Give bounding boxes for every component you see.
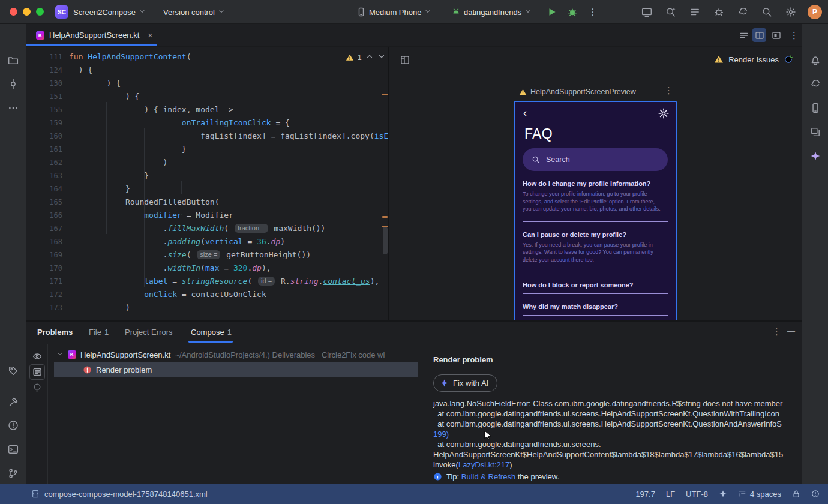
gradle-tool-icon[interactable]: [807, 76, 824, 92]
warning-icon: [346, 53, 354, 62]
code-line[interactable]: 166 modifier = Modifier: [26, 209, 389, 222]
render-issues-button[interactable]: Render Issues: [714, 55, 793, 64]
layout-inspector-icon[interactable]: [807, 124, 824, 140]
project-menu[interactable]: Screen2Compose: [73, 6, 146, 18]
code-line[interactable]: 161 }: [26, 143, 389, 156]
close-icon[interactable]: ×: [148, 31, 152, 40]
code-line[interactable]: 155 ) { index, model ->: [26, 103, 389, 116]
code-line[interactable]: 170 .widthIn(max = 320.dp),: [26, 262, 389, 275]
minimize-icon[interactable]: —: [787, 326, 795, 335]
phone-preview-frame[interactable]: ‹ FAQ Search How do I change my profile …: [514, 101, 677, 321]
code-line[interactable]: 160 faqList[index] = faqList[index].copy…: [26, 130, 389, 143]
panel-kebab-icon[interactable]: ⋮: [772, 326, 781, 337]
ai-status-icon[interactable]: [719, 490, 727, 498]
code-line[interactable]: 159 onTrailingIconClick = {: [26, 116, 389, 130]
terminal-icon[interactable]: [5, 441, 22, 458]
running-devices-icon[interactable]: [640, 5, 654, 19]
chevron-down-icon[interactable]: [377, 52, 386, 62]
refresh-icon[interactable]: [784, 55, 793, 64]
preview-layout-icon[interactable]: [398, 53, 412, 67]
code-line[interactable]: 173 ): [26, 301, 389, 314]
indent-setting[interactable]: 4 spaces: [738, 490, 781, 499]
device-selector[interactable]: Medium Phone: [356, 6, 431, 18]
tab-compose[interactable]: Compose1: [191, 328, 232, 337]
view-options-icon[interactable]: [29, 364, 45, 380]
close-window-button[interactable]: [10, 8, 17, 16]
version-control-icon[interactable]: [5, 465, 22, 482]
code-line[interactable]: 167 .fillMaxWidth( fraction = maxWidth()…: [26, 222, 389, 235]
search-icon[interactable]: [760, 5, 774, 19]
chevron-up-icon[interactable]: [365, 52, 374, 62]
run-button[interactable]: [545, 5, 559, 19]
project-view-icon[interactable]: [5, 52, 22, 68]
avatar[interactable]: P: [808, 5, 822, 19]
split-view-icon[interactable]: [752, 28, 766, 42]
ai-assistant-icon[interactable]: [807, 148, 824, 164]
app-insights-icon[interactable]: [712, 5, 726, 19]
fix-with-ai-button[interactable]: Fix with AI: [433, 374, 497, 392]
code-line[interactable]: 172 onClick = contactUsOnClick: [26, 288, 389, 301]
design-view-icon[interactable]: [769, 28, 783, 42]
more-tools-icon[interactable]: [5, 100, 22, 116]
tab-file[interactable]: File1: [89, 328, 109, 337]
notifications-icon[interactable]: [807, 52, 824, 68]
code-line[interactable]: 163 }: [26, 169, 389, 182]
tab-project-errors[interactable]: Project Errors: [125, 328, 172, 337]
lightbulb-icon[interactable]: [29, 380, 45, 395]
code-text: ) {: [69, 77, 121, 90]
warning-stripe-mark[interactable]: [382, 94, 388, 95]
run-config-selector[interactable]: datingandfriends: [451, 6, 532, 18]
editor-kebab-icon[interactable]: ⋮: [787, 28, 801, 42]
chevron-down-icon[interactable]: [56, 350, 64, 359]
statusbar-file[interactable]: compose-compose-model-1758748140651.xml: [31, 484, 208, 504]
eye-icon[interactable]: [29, 349, 45, 364]
code-line[interactable]: 164 }: [26, 182, 389, 196]
gemini-icon[interactable]: [664, 5, 678, 19]
gradle-icon[interactable]: [736, 5, 750, 19]
code-editor[interactable]: 111fun HelpAndSupportContent(124 ) {130 …: [26, 47, 389, 321]
build-icon[interactable]: [5, 394, 22, 410]
caret-position[interactable]: 197:7: [635, 490, 655, 499]
line-separator[interactable]: LF: [666, 490, 675, 499]
file-encoding[interactable]: UTF-8: [686, 490, 708, 499]
vcs-menu[interactable]: Version control: [163, 6, 225, 18]
debug-button[interactable]: [565, 5, 580, 19]
line-number: 151: [26, 90, 62, 103]
render-problem-row[interactable]: Render problem: [83, 363, 152, 376]
problems-tool-icon[interactable]: [5, 417, 22, 434]
stack-link[interactable]: 199): [433, 430, 449, 439]
preview-card-header[interactable]: HelpAndSupportScreenPreview: [519, 88, 636, 96]
code-line[interactable]: 130 ) {: [26, 77, 389, 90]
settings-icon[interactable]: [784, 5, 798, 19]
warning-count: 1: [358, 53, 362, 62]
inspection-widget[interactable]: 1: [346, 52, 386, 62]
code-line[interactable]: 171 label = stringResource( id = R.strin…: [26, 275, 389, 288]
problems-panel-title[interactable]: Problems: [37, 328, 73, 337]
problems-file-row[interactable]: K HelpAndSupportScreen.kt ~/AndroidStudi…: [56, 348, 385, 361]
editor-scrollbar[interactable]: [383, 227, 388, 254]
code-line[interactable]: 168 .padding(vertical = 36.dp): [26, 235, 389, 248]
code-line[interactable]: 162 ): [26, 156, 389, 169]
minimize-window-button[interactable]: [23, 8, 31, 16]
device-manager-icon[interactable]: [807, 100, 824, 116]
code-line[interactable]: 165 RoundedFilledButton(: [26, 196, 389, 209]
code-line[interactable]: 151 ) {: [26, 90, 389, 103]
maximize-window-button[interactable]: [36, 8, 44, 16]
code-view-icon[interactable]: [737, 28, 751, 42]
code-line[interactable]: 111fun HelpAndSupportContent(: [26, 50, 389, 64]
commit-icon[interactable]: [5, 76, 22, 92]
stack-line: HelpAndSupportScreenKt$HelpAndSupportCon…: [433, 449, 802, 460]
preview-kebab-icon[interactable]: ⋮: [664, 85, 673, 96]
more-actions-kebab-icon[interactable]: ⋮: [586, 5, 600, 19]
faq-answer-line: To change your profile information, go t…: [523, 190, 668, 198]
stack-link[interactable]: LazyDsl.kt:217: [458, 460, 509, 469]
code-line[interactable]: 169 .size( size = getButtonHeight()): [26, 248, 389, 262]
notifications-status-icon[interactable]: [811, 490, 820, 498]
lock-icon[interactable]: [792, 490, 800, 498]
warning-stripe-mark[interactable]: [382, 216, 388, 218]
structure-icon[interactable]: [688, 5, 702, 19]
tab-helpandsupportscreen[interactable]: K HelpAndSupportScreen.kt ×: [26, 24, 157, 46]
code-line[interactable]: 124 ) {: [26, 64, 389, 77]
build-refresh-link[interactable]: Build & Refresh: [461, 472, 515, 481]
bookmarks-icon[interactable]: [5, 362, 22, 379]
